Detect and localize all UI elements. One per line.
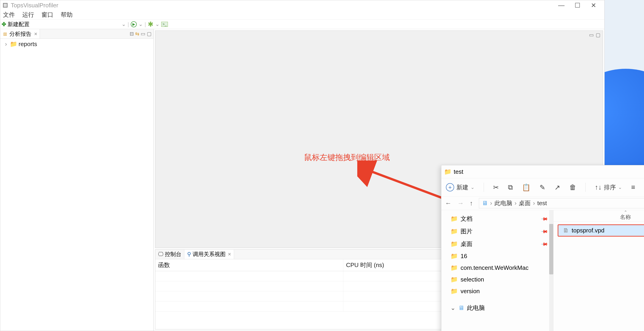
- explorer-toolbar: + 新建 ⌄ ✂ ⧉ 📋 ✎ ↗ 🗑 ↑↓ 排序 ⌄ ≡: [441, 178, 644, 196]
- callgraph-icon: ⚲: [187, 251, 191, 257]
- delete-icon[interactable]: 🗑: [569, 183, 576, 191]
- copy-icon[interactable]: ⧉: [508, 183, 513, 191]
- editor-max-icon[interactable]: ▢: [596, 32, 600, 38]
- pin-icon[interactable]: 📌: [540, 240, 548, 248]
- report-icon: 🗉: [2, 31, 8, 37]
- collapse-icon[interactable]: ⊟: [130, 31, 134, 37]
- sidebar-tab-report[interactable]: 🗉 分析报告 ×: [0, 29, 40, 39]
- menubar: 文件 运行 窗口 帮助: [0, 10, 604, 20]
- sort-label: 排序: [604, 183, 616, 191]
- crumb-desktop[interactable]: 桌面: [519, 199, 531, 207]
- explorer-nav: ← → ↑ 🖥 › 此电脑 › 桌面 › test: [441, 196, 644, 210]
- crumb-this-pc[interactable]: 此电脑: [494, 199, 512, 207]
- back-icon[interactable]: ←: [445, 200, 452, 207]
- svg-rect-1: [4, 4, 7, 7]
- tab-callgraph-label: 调用关系视图: [192, 250, 226, 258]
- view-menu-icon[interactable]: ▢: [147, 31, 152, 37]
- menu-window[interactable]: 窗口: [40, 10, 55, 19]
- nav-item-documents[interactable]: 📁文档📌: [441, 212, 553, 225]
- pc-icon: 🖥: [482, 200, 488, 207]
- rename-icon[interactable]: ✎: [540, 183, 545, 191]
- sidebar: 🗉 分析报告 × ⊟ ⇆ ▭ ▢ › 📁 reports: [0, 29, 154, 331]
- close-button[interactable]: ✕: [589, 2, 598, 9]
- tree-twisty-icon[interactable]: ›: [4, 41, 8, 48]
- bug-chevron-icon[interactable]: ⌄: [155, 21, 160, 27]
- folder-icon: 📁: [444, 168, 452, 175]
- share-icon[interactable]: ↗: [554, 183, 560, 191]
- folder-icon: 📁: [450, 276, 458, 283]
- explorer-nav-tree: 📁文档📌 📁图片📌 📁桌面📌 📁16 📁com.tencent.WeWorkMa…: [441, 210, 554, 331]
- project-tree: › 📁 reports: [0, 39, 154, 50]
- explorer-titlebar: 📁 test: [441, 165, 644, 178]
- tree-twisty-icon[interactable]: ⌄: [450, 304, 456, 311]
- menu-help[interactable]: 帮助: [59, 10, 74, 19]
- new-button[interactable]: + 新建 ⌄: [446, 183, 474, 191]
- nav-item-version[interactable]: 📁version: [441, 285, 553, 297]
- maximize-button[interactable]: ☐: [573, 2, 582, 9]
- chevron-down-icon[interactable]: ⌄: [122, 21, 126, 27]
- crumb-test[interactable]: test: [537, 200, 547, 207]
- sort-icon: ↑↓: [595, 183, 602, 191]
- scrollbar[interactable]: [549, 210, 553, 331]
- titlebar: TopsVisualProfiler — ☐ ✕: [0, 0, 604, 10]
- minimize-button[interactable]: —: [557, 2, 566, 9]
- pin-icon[interactable]: 📌: [540, 215, 548, 223]
- new-config-label: 新建配置: [8, 21, 30, 28]
- tab-console-label: 控制台: [165, 250, 182, 258]
- col-name: 名称: [620, 214, 631, 220]
- nav-item-selection[interactable]: 📁selection: [441, 274, 553, 285]
- terminal-icon[interactable]: >_: [161, 22, 168, 27]
- file-name: topsprof.vpd: [572, 227, 604, 234]
- menu-file[interactable]: 文件: [2, 10, 16, 19]
- app-title: TopsVisualProfiler: [11, 2, 557, 9]
- nav-item-desktop[interactable]: 📁桌面📌: [441, 238, 553, 250]
- folder-icon: 📁: [450, 240, 458, 248]
- file-row-topsprof[interactable]: 🗎 topsprof.vpd: [558, 224, 644, 237]
- folder-icon: 📁: [10, 41, 17, 48]
- folder-icon: 📁: [450, 228, 458, 235]
- sort-asc-icon: ⌃: [560, 211, 644, 213]
- folder-icon: 📁: [450, 253, 458, 260]
- toolbar: ✤ 新建配置 ⌄ | ▶ ⌄ | ✱ ⌄ >_: [0, 20, 604, 29]
- pin-icon[interactable]: 📌: [540, 227, 548, 235]
- nav-item-this-pc[interactable]: ⌄🖥此电脑: [441, 302, 553, 314]
- folder-icon: 📁: [450, 264, 458, 271]
- view-icon[interactable]: ≡: [631, 183, 635, 191]
- close-icon[interactable]: ×: [34, 31, 37, 37]
- minimize-view-icon[interactable]: ▭: [140, 31, 146, 37]
- cut-icon[interactable]: ✂: [493, 183, 499, 191]
- folder-icon: 📁: [450, 215, 458, 222]
- forward-icon[interactable]: →: [457, 200, 464, 207]
- explorer-file-list: ⌃名称 🗎 topsprof.vpd: [554, 210, 644, 331]
- up-icon[interactable]: ↑: [470, 200, 473, 207]
- paste-icon[interactable]: 📋: [522, 183, 530, 191]
- run-icon[interactable]: ▶: [131, 21, 137, 27]
- sidebar-tab-label: 分析报告: [10, 30, 32, 38]
- tree-item-reports[interactable]: › 📁 reports: [2, 40, 151, 48]
- breadcrumb[interactable]: 🖥 › 此电脑 › 桌面 › test: [479, 198, 644, 208]
- menu-run[interactable]: 运行: [21, 10, 36, 19]
- nav-item-16[interactable]: 📁16: [441, 250, 553, 262]
- col-function[interactable]: 函数: [155, 259, 343, 271]
- tab-console[interactable]: 🖵 控制台: [155, 250, 184, 259]
- explorer-window: 📁 test + 新建 ⌄ ✂ ⧉ 📋 ✎ ↗ 🗑 ↑↓ 排序 ⌄ ≡ ← → …: [441, 165, 644, 331]
- sidebar-tabbar: 🗉 分析报告 × ⊟ ⇆ ▭ ▢: [0, 29, 154, 39]
- list-header[interactable]: ⌃名称: [554, 210, 644, 222]
- close-icon[interactable]: ×: [228, 251, 231, 257]
- new-label: 新建: [456, 183, 468, 191]
- chevron-down-icon: ⌄: [471, 185, 474, 190]
- chevron-down-icon: ⌄: [618, 185, 622, 190]
- run-chevron-icon[interactable]: ⌄: [138, 21, 143, 27]
- sort-button[interactable]: ↑↓ 排序 ⌄: [595, 183, 622, 191]
- file-icon: 🗎: [563, 227, 569, 234]
- clover-icon: ✤: [2, 21, 6, 28]
- link-icon[interactable]: ⇆: [135, 31, 139, 37]
- console-icon: 🖵: [158, 251, 164, 257]
- editor-min-icon[interactable]: ▭: [589, 32, 594, 38]
- bug-icon[interactable]: ✱: [148, 20, 154, 28]
- new-config-dropdown[interactable]: ✤ 新建配置: [2, 21, 31, 28]
- scrollbar-thumb[interactable]: [549, 224, 553, 274]
- nav-item-pictures[interactable]: 📁图片📌: [441, 225, 553, 238]
- tab-callgraph[interactable]: ⚲ 调用关系视图 ×: [184, 250, 234, 259]
- nav-item-wework[interactable]: 📁com.tencent.WeWorkMac: [441, 262, 553, 274]
